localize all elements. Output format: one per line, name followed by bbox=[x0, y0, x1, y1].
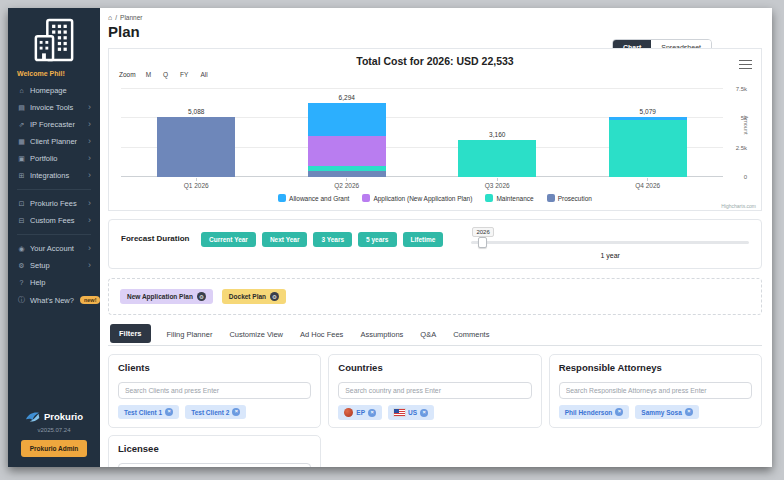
countries-panel: Countries EP×US× bbox=[328, 354, 541, 428]
attorneys-panel: Responsible Attorneys Phil Henderson×Sam… bbox=[549, 354, 762, 428]
active-plans-box: New Application Plan⚙Docket Plan⚙ bbox=[108, 278, 762, 315]
plan-chip-docket-plan[interactable]: Docket Plan⚙ bbox=[222, 289, 286, 304]
legend-item-allowance-and-grant[interactable]: Allowance and Grant bbox=[278, 194, 349, 202]
prokurio-admin-button[interactable]: Prokurio Admin bbox=[21, 440, 88, 457]
ip-forecaster-icon: ⇗ bbox=[17, 121, 26, 129]
sidebar-item-setup[interactable]: ⚙Setup› bbox=[8, 257, 100, 274]
bar-segment-maintenance[interactable] bbox=[458, 140, 536, 177]
bar-q2-2026[interactable] bbox=[308, 103, 386, 177]
filter-chip-phil-henderson[interactable]: Phil Henderson× bbox=[559, 405, 630, 419]
sidebar-item-what-s-new[interactable]: ⓘWhat's New?new! bbox=[8, 291, 100, 309]
gear-icon: ⚙ bbox=[17, 262, 26, 270]
highcharts-credit[interactable]: Highcharts.com bbox=[721, 203, 756, 209]
sidebar-item-custom-fees[interactable]: ⊟Custom Fees› bbox=[8, 212, 100, 229]
legend-item-maintenance[interactable]: Maintenance bbox=[485, 194, 533, 202]
sidebar-item-integrations[interactable]: ⊞Integrations› bbox=[8, 167, 100, 184]
legend-label: Application (New Application Plan) bbox=[373, 195, 472, 202]
forecast-button-3-years[interactable]: 3 Years bbox=[313, 232, 352, 247]
sidebar-item-your-account[interactable]: ◉Your Account› bbox=[8, 240, 100, 257]
zoom-all-button[interactable]: All bbox=[198, 70, 209, 79]
sidebar-item-label: IP Forecaster bbox=[30, 120, 75, 129]
slider-handle[interactable] bbox=[478, 237, 487, 248]
zoom-q-button[interactable]: Q bbox=[161, 70, 170, 79]
sidebar-item-client-planner[interactable]: ▦Client Planner› bbox=[8, 133, 100, 150]
slider-caption: 1 year bbox=[471, 252, 749, 259]
bar-segment-prosecution[interactable] bbox=[308, 171, 386, 177]
sidebar-item-prokurio-fees[interactable]: ⊡Prokurio Fees› bbox=[8, 195, 100, 212]
sidebar-item-label: Setup bbox=[30, 261, 50, 270]
remove-icon[interactable]: × bbox=[420, 409, 428, 417]
filter-chip-ep[interactable]: EP× bbox=[338, 405, 382, 420]
new-badge: new! bbox=[80, 296, 101, 304]
bar-q1-2026[interactable] bbox=[157, 117, 235, 177]
ep-flag-icon bbox=[344, 408, 353, 417]
attorneys-title: Responsible Attorneys bbox=[559, 362, 752, 373]
bar-segment-maintenance[interactable] bbox=[609, 120, 687, 177]
breadcrumb: ⌂ / Planner bbox=[108, 14, 762, 21]
chevron-right-icon: › bbox=[88, 216, 91, 225]
slider-track[interactable] bbox=[471, 241, 749, 244]
tab-q-a[interactable]: Q&A bbox=[419, 325, 437, 345]
sidebar-item-label: Portfolio bbox=[30, 154, 58, 163]
clients-search-input[interactable] bbox=[118, 382, 311, 399]
legend-item-prosecution[interactable]: Prosecution bbox=[547, 194, 592, 202]
sidebar-item-help[interactable]: ?Help bbox=[8, 274, 100, 291]
sidebar-item-homepage[interactable]: ⌂Homepage bbox=[8, 82, 100, 99]
breadcrumb-planner[interactable]: Planner bbox=[120, 14, 142, 21]
sidebar-nav: ⌂Homepage▤Invoice Tools›⇗IP Forecaster›▦… bbox=[8, 82, 100, 309]
forecast-button-next-year[interactable]: Next Year bbox=[262, 232, 308, 247]
filter-chip-sammy-sosa[interactable]: Sammy Sosa× bbox=[635, 405, 698, 419]
bar-segment-allowance-and-grant[interactable] bbox=[308, 103, 386, 135]
brand-name: Prokurio bbox=[44, 411, 83, 422]
chart-menu-icon[interactable] bbox=[739, 57, 752, 72]
zoom-m-button[interactable]: M bbox=[144, 70, 153, 79]
zoom-fy-button[interactable]: FY bbox=[178, 70, 190, 79]
legend-item-application-new-application-plan[interactable]: Application (New Application Plan) bbox=[362, 194, 472, 202]
legend-swatch bbox=[547, 194, 555, 202]
chart-zoom-controls: Zoom MQFYAll bbox=[117, 70, 753, 79]
home-icon[interactable]: ⌂ bbox=[108, 14, 112, 21]
chart-title: Total Cost for 2026: USD 22,533 bbox=[117, 55, 753, 67]
remove-icon[interactable]: × bbox=[165, 408, 173, 416]
forecast-button-5-years[interactable]: 5 years bbox=[358, 232, 396, 247]
sidebar-item-invoice-tools[interactable]: ▤Invoice Tools› bbox=[8, 99, 100, 116]
countries-search-input[interactable] bbox=[338, 382, 531, 399]
tab-filters[interactable]: Filters bbox=[110, 324, 151, 343]
bar-segment-prosecution[interactable] bbox=[157, 117, 235, 177]
filter-chip-us[interactable]: US× bbox=[388, 405, 434, 420]
licensee-panel: Licensee bbox=[108, 435, 321, 467]
bar-q4-2026[interactable] bbox=[609, 117, 687, 177]
licensee-search-input[interactable] bbox=[118, 463, 311, 467]
gear-icon[interactable]: ⚙ bbox=[197, 292, 206, 301]
plan-chip-new-application-plan[interactable]: New Application Plan⚙ bbox=[120, 289, 213, 304]
us-flag-icon bbox=[394, 409, 405, 417]
filter-chip-test-client-1[interactable]: Test Client 1× bbox=[118, 405, 179, 419]
bar-q3-2026[interactable] bbox=[458, 140, 536, 177]
sidebar-item-portfolio[interactable]: ▣Portfolio› bbox=[8, 150, 100, 167]
forecast-button-current-year[interactable]: Current Year bbox=[201, 232, 256, 247]
forecast-button-lifetime[interactable]: Lifetime bbox=[403, 232, 444, 247]
tab-comments[interactable]: Comments bbox=[452, 325, 490, 345]
prokurio-bird-logo bbox=[25, 410, 40, 423]
remove-icon[interactable]: × bbox=[615, 408, 623, 416]
attorneys-search-input[interactable] bbox=[559, 382, 752, 399]
tab-assumptions[interactable]: Assumptions bbox=[359, 325, 404, 345]
sidebar-item-ip-forecaster[interactable]: ⇗IP Forecaster› bbox=[8, 116, 100, 133]
sidebar-item-label: Help bbox=[30, 278, 45, 287]
sidebar-divider bbox=[17, 234, 91, 235]
bar-segment-application-new-application-plan[interactable] bbox=[308, 136, 386, 166]
gear-icon[interactable]: ⚙ bbox=[270, 292, 279, 301]
tab-customize-view[interactable]: Customize View bbox=[228, 325, 284, 345]
countries-title: Countries bbox=[338, 362, 531, 373]
y-axis-tick: 0 bbox=[744, 174, 747, 180]
sidebar-item-label: Invoice Tools bbox=[30, 103, 73, 112]
remove-icon[interactable]: × bbox=[368, 409, 376, 417]
tab-ad-hoc-fees[interactable]: Ad Hoc Fees bbox=[299, 325, 344, 345]
zoom-label: Zoom bbox=[119, 71, 136, 78]
chevron-right-icon: › bbox=[88, 154, 91, 163]
filter-chip-test-client-2[interactable]: Test Client 2× bbox=[185, 405, 246, 419]
remove-icon[interactable]: × bbox=[685, 408, 693, 416]
tab-filing-planner[interactable]: Filing Planner bbox=[166, 325, 214, 345]
remove-icon[interactable]: × bbox=[232, 408, 240, 416]
invoice-tools-icon: ▤ bbox=[17, 104, 26, 112]
